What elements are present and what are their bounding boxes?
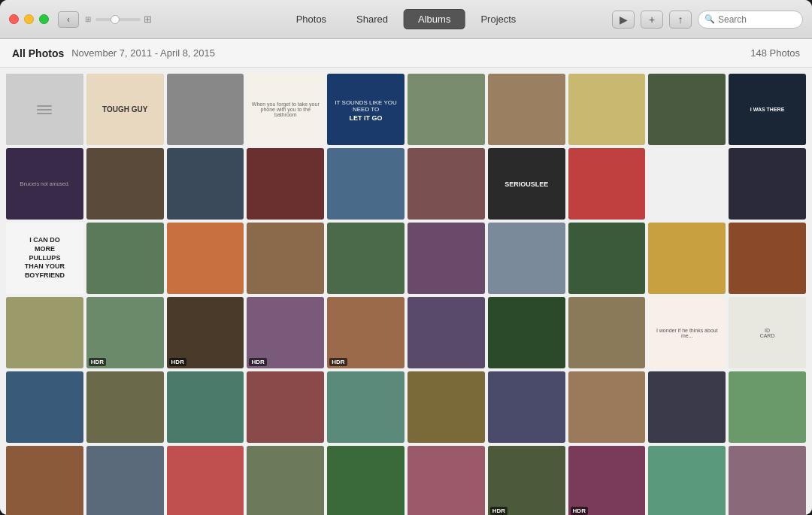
traffic-lights — [9, 14, 49, 24]
search-input[interactable] — [718, 14, 796, 25]
slider-area: ⊞ ⊞ — [85, 14, 152, 25]
zoom-slider-thumb[interactable] — [111, 15, 120, 24]
date-range: November 7, 2011 - April 8, 2015 — [71, 47, 215, 59]
nav-buttons: ‹ — [58, 11, 79, 28]
photo-thumb[interactable]: HDR — [327, 297, 404, 368]
photo-thumb[interactable] — [568, 148, 646, 220]
add-icon: + — [649, 14, 655, 26]
photo-thumb[interactable] — [6, 297, 83, 368]
photo-thumb[interactable]: IDCARD — [729, 297, 806, 368]
photo-thumb[interactable]: I CAN DOMOREPULLUPSTHAN YOURBOYFRIEND — [6, 223, 83, 294]
photo-thumb[interactable] — [86, 223, 164, 294]
photo-thumb[interactable] — [247, 446, 324, 515]
photo-thumb[interactable] — [86, 371, 164, 443]
photo-thumb[interactable] — [167, 223, 244, 294]
photo-thumb[interactable]: I wonder if he thinks about me... — [648, 297, 726, 368]
photo-thumb[interactable] — [488, 74, 565, 145]
photo-thumb[interactable] — [247, 223, 324, 294]
titlebar-right: ▶ + ↑ 🔍 — [612, 11, 803, 29]
photo-grid[interactable]: TOUGH GUY When you forget to take your p… — [0, 68, 812, 515]
nav-tabs: Photos Shared Albums Projects — [282, 9, 531, 29]
photo-thumb[interactable] — [648, 371, 726, 443]
photo-thumb[interactable] — [408, 74, 485, 145]
toolbar: All Photos November 7, 2011 - April 8, 2… — [0, 39, 812, 68]
tab-photos[interactable]: Photos — [282, 9, 341, 29]
photo-thumb[interactable]: HDR — [86, 297, 164, 368]
photo-thumb[interactable] — [408, 446, 485, 515]
photo-thumb[interactable] — [488, 297, 565, 368]
photo-count: 148 Photos — [750, 47, 800, 59]
photo-thumb[interactable] — [568, 371, 646, 443]
photo-thumb[interactable] — [6, 74, 83, 145]
photo-thumb[interactable]: HDR — [568, 446, 646, 515]
photo-thumb[interactable] — [86, 148, 164, 220]
play-button[interactable]: ▶ — [612, 11, 635, 29]
photo-thumb[interactable] — [729, 223, 806, 294]
search-icon: 🔍 — [704, 14, 715, 24]
photo-row: TOUGH GUY When you forget to take your p… — [6, 74, 806, 145]
photo-thumb[interactable]: HDR — [167, 297, 244, 368]
photo-thumb[interactable] — [167, 148, 244, 220]
photo-thumb[interactable] — [167, 371, 244, 443]
photo-thumb[interactable] — [247, 371, 324, 443]
photo-thumb[interactable] — [408, 223, 485, 294]
photo-thumb[interactable] — [568, 223, 646, 294]
photo-thumb[interactable] — [86, 446, 164, 515]
back-button[interactable]: ‹ — [58, 11, 79, 28]
photo-thumb[interactable] — [327, 446, 404, 515]
photo-thumb[interactable]: HDR — [247, 297, 324, 368]
photo-thumb[interactable] — [327, 223, 404, 294]
grid-small-icon: ⊞ — [85, 15, 91, 23]
photo-thumb[interactable]: When you forget to take your phone with … — [247, 74, 324, 145]
photo-thumb[interactable] — [327, 371, 404, 443]
photo-thumb[interactable] — [729, 371, 806, 443]
photo-thumb[interactable] — [648, 223, 726, 294]
maximize-button[interactable] — [39, 14, 49, 24]
photo-thumb[interactable]: IT SOUNDS LIKE YOU NEED TO LET IT GO — [327, 74, 404, 145]
photo-row: I CAN DOMOREPULLUPSTHAN YOURBOYFRIEND — [6, 223, 806, 294]
section-title: All Photos — [12, 47, 64, 59]
photo-thumb[interactable]: I WAS THERE — [729, 74, 806, 145]
share-button[interactable]: ↑ — [669, 11, 692, 29]
share-icon: ↑ — [678, 14, 683, 26]
photo-thumb[interactable] — [648, 446, 726, 515]
tab-shared[interactable]: Shared — [342, 9, 402, 29]
photo-thumb[interactable] — [488, 223, 565, 294]
photo-row: Bruceis not amused. SERIOUSLEE — [6, 148, 806, 220]
photo-thumb[interactable]: SERIOUSLEE — [488, 148, 565, 220]
photo-thumb[interactable]: HDR — [488, 446, 565, 515]
photo-thumb[interactable] — [729, 148, 806, 220]
photo-row — [6, 371, 806, 443]
photo-thumb[interactable] — [568, 297, 646, 368]
main-window: ‹ ⊞ ⊞ Photos Shared Albums Projects ▶ + … — [0, 0, 812, 515]
photo-row: HDR HDR — [6, 446, 806, 515]
photo-thumb[interactable] — [568, 74, 646, 145]
photo-thumb[interactable] — [408, 297, 485, 368]
photo-thumb[interactable]: TOUGH GUY — [86, 74, 164, 145]
add-button[interactable]: + — [641, 11, 663, 29]
close-button[interactable] — [9, 14, 19, 24]
photo-thumb[interactable] — [408, 148, 485, 220]
grid-large-icon: ⊞ — [144, 14, 152, 25]
minimize-button[interactable] — [24, 14, 34, 24]
photo-thumb[interactable] — [729, 446, 806, 515]
photo-thumb[interactable] — [327, 148, 404, 220]
photo-thumb[interactable]: Bruceis not amused. — [6, 148, 83, 220]
photo-thumb[interactable] — [6, 446, 83, 515]
photo-thumb[interactable] — [648, 148, 726, 220]
photo-thumb[interactable] — [247, 148, 324, 220]
photo-thumb[interactable] — [167, 74, 244, 145]
photo-row: HDR HDR HDR HDR — [6, 297, 806, 368]
tab-projects[interactable]: Projects — [466, 9, 530, 29]
photo-thumb[interactable] — [6, 371, 83, 443]
photo-thumb[interactable] — [167, 446, 244, 515]
photo-thumb[interactable] — [408, 371, 485, 443]
tab-albums[interactable]: Albums — [404, 9, 465, 29]
play-icon: ▶ — [620, 14, 628, 26]
search-box[interactable]: 🔍 — [698, 11, 803, 29]
photo-thumb[interactable] — [488, 371, 565, 443]
titlebar: ‹ ⊞ ⊞ Photos Shared Albums Projects ▶ + … — [0, 0, 812, 39]
photo-thumb[interactable] — [648, 74, 726, 145]
zoom-slider-track[interactable] — [95, 18, 141, 21]
